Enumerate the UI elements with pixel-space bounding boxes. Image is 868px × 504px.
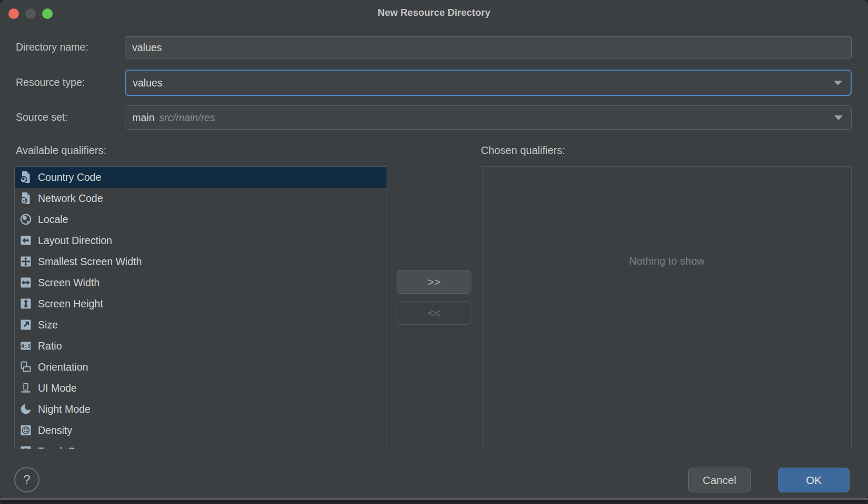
touch-screen-icon [19,445,32,449]
qualifier-item-label: Density [38,424,72,437]
available-qualifiers-list[interactable]: Country CodeNetwork CodeLocaleLayout Dir… [14,166,387,449]
ui-mode-icon [19,382,32,394]
cancel-button[interactable]: Cancel [688,468,751,492]
qualifier-item-label: Night Mode [38,403,91,415]
directory-name-input[interactable] [125,36,852,59]
qualifier-item-label: Smallest Screen Width [38,256,142,268]
qualifier-item-label: Country Code [38,171,101,183]
empty-list-message: Nothing to show [482,255,851,267]
source-set-dropdown[interactable]: main src/main/res [125,105,852,130]
available-qualifiers-label: Available qualifiers: [16,144,106,157]
screen-width-icon [19,276,32,289]
source-set-value: main [132,112,154,124]
night-mode-icon [19,403,32,415]
new-resource-directory-dialog: New Resource Directory Directory name: R… [0,0,868,500]
qualifier-item-label: Size [38,319,58,331]
qualifier-item-label: Orientation [38,361,88,373]
qualifier-item[interactable]: Night Mode [15,399,387,420]
qualifier-item[interactable]: Country Code [15,167,387,188]
directory-name-label: Directory name: [16,41,88,53]
density-icon [19,424,32,437]
screen-height-icon [19,297,32,310]
chevron-down-icon [834,115,843,120]
qualifier-item[interactable]: Density [15,420,387,441]
ratio-icon: 4:3 [19,340,32,352]
ok-button[interactable]: OK [778,468,850,492]
svg-text:4:3: 4:3 [21,343,31,349]
qualifier-item[interactable]: Orientation [15,356,387,377]
layout-direction-icon [19,234,32,247]
qualifier-item-label: Layout Direction [38,235,112,247]
qualifier-item[interactable]: Layout Direction [15,230,387,251]
qualifier-item[interactable]: Size [15,314,387,335]
file-globe-icon [19,171,32,183]
qualifier-item-label: Screen Width [38,277,100,289]
qualifier-item[interactable]: Locale [15,209,387,230]
chosen-qualifiers-label: Chosen qualifiers: [481,144,565,157]
qualifier-item-label: UI Mode [38,382,77,394]
source-set-path-hint: src/main/res [159,112,215,124]
smallest-screen-width-icon [19,255,32,268]
resource-type-label: Resource type: [16,76,85,89]
chosen-qualifiers-list[interactable]: Nothing to show [482,166,852,449]
size-icon [19,318,32,331]
qualifier-item-label: Ratio [38,340,62,352]
qualifier-item-label: Touch Screen [38,445,101,450]
qualifier-item-label: Screen Height [38,298,103,310]
qualifier-item[interactable]: Screen Height [15,293,387,314]
source-set-label: Source set: [16,111,68,123]
file-network-icon [19,192,32,205]
qualifier-item[interactable]: Network Code [15,188,387,209]
resource-type-dropdown[interactable]: values [125,70,852,96]
orientation-icon [19,361,32,373]
qualifier-item[interactable]: Smallest Screen Width [15,251,387,272]
globe-icon [19,213,32,226]
qualifier-item[interactable]: Screen Width [15,272,387,293]
qualifier-item[interactable]: UI Mode [15,377,387,399]
dialog-title: New Resource Directory [0,7,868,18]
qualifier-item-label: Network Code [38,192,103,205]
titlebar: New Resource Directory [0,0,868,27]
qualifier-item[interactable]: 4:3Ratio [15,335,387,356]
help-button[interactable]: ? [14,467,40,492]
move-left-button[interactable]: << [397,301,471,325]
resource-type-value: values [133,77,162,89]
window-bottom-edge [0,498,868,500]
move-right-button[interactable]: >> [397,270,471,294]
qualifier-item[interactable]: Touch Screen [15,441,387,449]
qualifier-item-label: Locale [38,214,68,226]
chevron-down-icon [834,81,842,85]
